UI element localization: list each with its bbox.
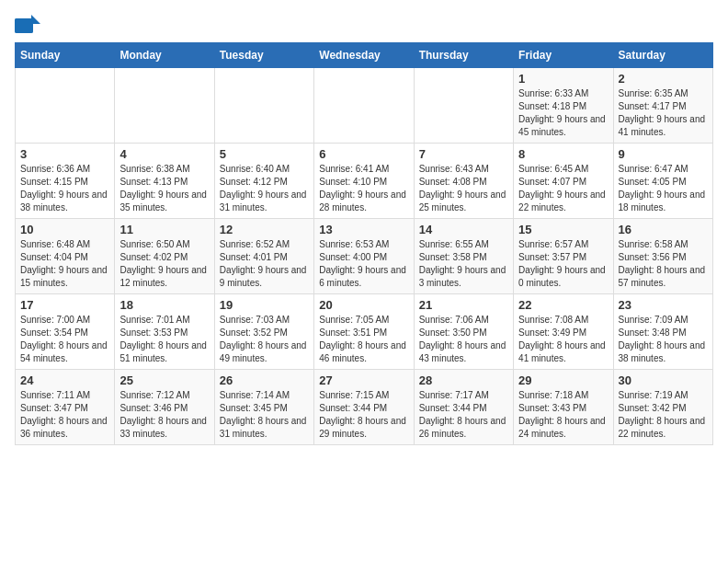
calendar-cell <box>16 68 115 144</box>
calendar-cell: 11Sunrise: 6:50 AM Sunset: 4:02 PM Dayli… <box>115 219 214 294</box>
day-info: Sunrise: 6:45 AM Sunset: 4:07 PM Dayligh… <box>518 163 608 214</box>
day-info: Sunrise: 6:43 AM Sunset: 4:08 PM Dayligh… <box>419 163 508 214</box>
day-info: Sunrise: 7:09 AM Sunset: 3:48 PM Dayligh… <box>619 314 708 365</box>
col-header-sunday: Sunday <box>16 43 115 68</box>
logo <box>15 15 39 31</box>
day-info: Sunrise: 6:55 AM Sunset: 3:58 PM Dayligh… <box>419 238 508 290</box>
svg-rect-2 <box>15 18 33 33</box>
calendar-cell: 12Sunrise: 6:52 AM Sunset: 4:01 PM Dayli… <box>214 219 313 294</box>
calendar-cell: 27Sunrise: 7:15 AM Sunset: 3:44 PM Dayli… <box>314 370 414 445</box>
calendar-cell: 4Sunrise: 6:38 AM Sunset: 4:13 PM Daylig… <box>115 144 214 219</box>
calendar-cell: 21Sunrise: 7:06 AM Sunset: 3:50 PM Dayli… <box>414 294 513 370</box>
day-info: Sunrise: 6:38 AM Sunset: 4:13 PM Dayligh… <box>119 163 209 214</box>
day-number: 11 <box>119 223 209 236</box>
day-number: 7 <box>419 147 508 161</box>
col-header-saturday: Saturday <box>613 43 712 68</box>
calendar-cell: 9Sunrise: 6:47 AM Sunset: 4:05 PM Daylig… <box>613 144 712 219</box>
day-info: Sunrise: 7:08 AM Sunset: 3:49 PM Dayligh… <box>518 314 608 365</box>
day-info: Sunrise: 6:36 AM Sunset: 4:15 PM Dayligh… <box>20 163 109 214</box>
day-number: 21 <box>419 298 508 312</box>
calendar-cell: 6Sunrise: 6:41 AM Sunset: 4:10 PM Daylig… <box>314 144 414 219</box>
day-info: Sunrise: 7:18 AM Sunset: 3:43 PM Dayligh… <box>518 389 608 441</box>
col-header-friday: Friday <box>514 43 613 68</box>
calendar-cell <box>115 68 214 144</box>
day-info: Sunrise: 6:57 AM Sunset: 3:57 PM Dayligh… <box>518 238 608 290</box>
day-number: 28 <box>419 373 508 387</box>
day-number: 2 <box>619 72 708 86</box>
day-number: 17 <box>20 298 109 312</box>
day-number: 30 <box>619 373 708 387</box>
day-info: Sunrise: 6:52 AM Sunset: 4:01 PM Dayligh… <box>220 238 309 290</box>
day-number: 5 <box>220 147 309 161</box>
day-number: 22 <box>518 298 608 312</box>
day-number: 3 <box>20 147 109 161</box>
day-info: Sunrise: 6:53 AM Sunset: 4:00 PM Dayligh… <box>319 238 408 290</box>
calendar-cell: 10Sunrise: 6:48 AM Sunset: 4:04 PM Dayli… <box>16 219 115 294</box>
day-number: 13 <box>319 223 408 236</box>
day-number: 24 <box>20 373 109 387</box>
calendar-cell: 7Sunrise: 6:43 AM Sunset: 4:08 PM Daylig… <box>414 144 513 219</box>
day-info: Sunrise: 7:12 AM Sunset: 3:46 PM Dayligh… <box>119 389 209 441</box>
day-info: Sunrise: 6:33 AM Sunset: 4:18 PM Dayligh… <box>518 87 608 139</box>
calendar-cell <box>214 68 313 144</box>
day-number: 20 <box>319 298 408 312</box>
calendar-cell: 29Sunrise: 7:18 AM Sunset: 3:43 PM Dayli… <box>514 370 613 445</box>
day-info: Sunrise: 6:47 AM Sunset: 4:05 PM Dayligh… <box>619 163 708 214</box>
calendar-cell: 22Sunrise: 7:08 AM Sunset: 3:49 PM Dayli… <box>514 294 613 370</box>
calendar-cell: 8Sunrise: 6:45 AM Sunset: 4:07 PM Daylig… <box>514 144 613 219</box>
day-number: 27 <box>319 373 408 387</box>
day-info: Sunrise: 7:11 AM Sunset: 3:47 PM Dayligh… <box>20 389 109 441</box>
calendar-cell: 15Sunrise: 6:57 AM Sunset: 3:57 PM Dayli… <box>514 219 613 294</box>
day-info: Sunrise: 7:00 AM Sunset: 3:54 PM Dayligh… <box>20 314 109 365</box>
col-header-thursday: Thursday <box>414 43 513 68</box>
calendar-cell: 25Sunrise: 7:12 AM Sunset: 3:46 PM Dayli… <box>115 370 214 445</box>
day-number: 1 <box>518 72 608 86</box>
col-header-monday: Monday <box>115 43 214 68</box>
day-info: Sunrise: 7:03 AM Sunset: 3:52 PM Dayligh… <box>220 314 309 365</box>
day-number: 16 <box>619 223 708 236</box>
calendar-cell: 3Sunrise: 6:36 AM Sunset: 4:15 PM Daylig… <box>16 144 115 219</box>
calendar-cell: 24Sunrise: 7:11 AM Sunset: 3:47 PM Dayli… <box>16 370 115 445</box>
calendar-cell: 23Sunrise: 7:09 AM Sunset: 3:48 PM Dayli… <box>613 294 712 370</box>
calendar-cell: 16Sunrise: 6:58 AM Sunset: 3:56 PM Dayli… <box>613 219 712 294</box>
calendar-cell: 13Sunrise: 6:53 AM Sunset: 4:00 PM Dayli… <box>314 219 414 294</box>
day-number: 14 <box>419 223 508 236</box>
col-header-wednesday: Wednesday <box>314 43 414 68</box>
calendar-cell: 1Sunrise: 6:33 AM Sunset: 4:18 PM Daylig… <box>514 68 613 144</box>
day-number: 9 <box>619 147 708 161</box>
day-info: Sunrise: 6:48 AM Sunset: 4:04 PM Dayligh… <box>20 238 109 290</box>
day-number: 4 <box>119 147 209 161</box>
logo-icon <box>15 15 35 31</box>
calendar-table: SundayMondayTuesdayWednesdayThursdayFrid… <box>15 42 713 445</box>
day-info: Sunrise: 7:15 AM Sunset: 3:44 PM Dayligh… <box>319 389 408 441</box>
calendar-cell: 30Sunrise: 7:19 AM Sunset: 3:42 PM Dayli… <box>613 370 712 445</box>
day-info: Sunrise: 6:50 AM Sunset: 4:02 PM Dayligh… <box>119 238 209 290</box>
day-number: 26 <box>220 373 309 387</box>
day-info: Sunrise: 6:40 AM Sunset: 4:12 PM Dayligh… <box>220 163 309 214</box>
day-info: Sunrise: 7:05 AM Sunset: 3:51 PM Dayligh… <box>319 314 408 365</box>
day-info: Sunrise: 6:58 AM Sunset: 3:56 PM Dayligh… <box>619 238 708 290</box>
day-info: Sunrise: 6:35 AM Sunset: 4:17 PM Dayligh… <box>619 87 708 139</box>
day-number: 23 <box>619 298 708 312</box>
day-info: Sunrise: 7:06 AM Sunset: 3:50 PM Dayligh… <box>419 314 508 365</box>
day-number: 15 <box>518 223 608 236</box>
calendar-cell: 18Sunrise: 7:01 AM Sunset: 3:53 PM Dayli… <box>115 294 214 370</box>
day-number: 29 <box>518 373 608 387</box>
day-info: Sunrise: 6:41 AM Sunset: 4:10 PM Dayligh… <box>319 163 408 214</box>
calendar-cell: 17Sunrise: 7:00 AM Sunset: 3:54 PM Dayli… <box>16 294 115 370</box>
day-number: 19 <box>220 298 309 312</box>
calendar-cell: 5Sunrise: 6:40 AM Sunset: 4:12 PM Daylig… <box>214 144 313 219</box>
day-number: 18 <box>119 298 209 312</box>
calendar-cell <box>314 68 414 144</box>
page-header <box>15 15 713 31</box>
calendar-cell: 2Sunrise: 6:35 AM Sunset: 4:17 PM Daylig… <box>613 68 712 144</box>
day-number: 6 <box>319 147 408 161</box>
day-info: Sunrise: 7:01 AM Sunset: 3:53 PM Dayligh… <box>119 314 209 365</box>
calendar-cell: 28Sunrise: 7:17 AM Sunset: 3:44 PM Dayli… <box>414 370 513 445</box>
calendar-cell: 20Sunrise: 7:05 AM Sunset: 3:51 PM Dayli… <box>314 294 414 370</box>
calendar-cell: 14Sunrise: 6:55 AM Sunset: 3:58 PM Dayli… <box>414 219 513 294</box>
day-number: 10 <box>20 223 109 236</box>
col-header-tuesday: Tuesday <box>214 43 313 68</box>
day-number: 8 <box>518 147 608 161</box>
calendar-cell: 19Sunrise: 7:03 AM Sunset: 3:52 PM Dayli… <box>214 294 313 370</box>
